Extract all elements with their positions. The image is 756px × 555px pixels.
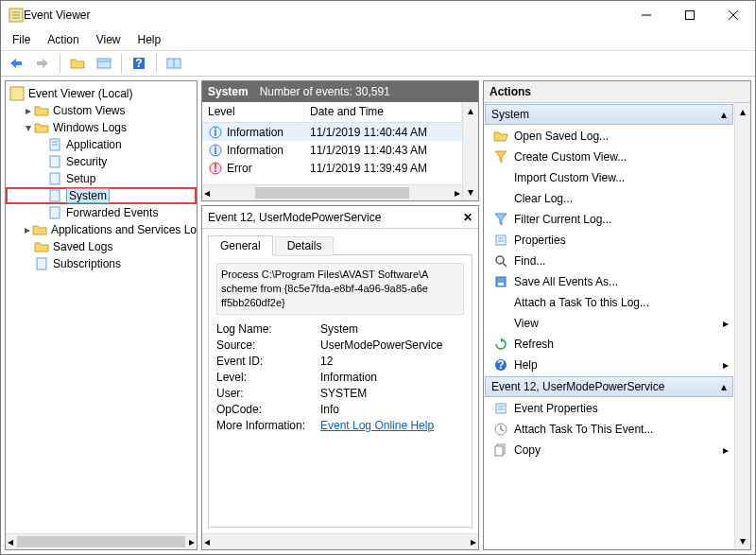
action-item[interactable]: Save All Events As...: [484, 271, 734, 292]
minimize-button[interactable]: [625, 1, 668, 29]
field-logname: Log Name:System: [216, 322, 464, 336]
submenu-icon: ▸: [723, 358, 729, 372]
tree-item-label: System: [66, 188, 110, 203]
event-row[interactable]: iInformation 11/1/2019 11:40:43 AM: [202, 141, 462, 159]
tree-subscriptions[interactable]: Subscriptions: [6, 255, 197, 272]
tool-help-icon[interactable]: ?: [128, 53, 150, 74]
expander-icon[interactable]: ▸: [23, 105, 34, 116]
menu-help[interactable]: Help: [130, 31, 169, 48]
action-item[interactable]: Open Saved Log...: [484, 126, 734, 147]
action-item[interactable]: Find...: [484, 251, 734, 271]
expander-blank: [23, 258, 34, 269]
collapse-icon[interactable]: ▴: [721, 380, 727, 393]
svg-rect-49: [496, 404, 506, 413]
tree-hscrollbar[interactable]: ◂▸: [6, 533, 197, 549]
event-row[interactable]: !Error 11/1/2019 11:39:49 AM: [202, 159, 462, 177]
action-item[interactable]: Event Properties: [484, 398, 734, 419]
event-list-columns: Level Date and Time: [202, 102, 462, 123]
eventlist-hscrollbar[interactable]: ◂▸: [202, 184, 462, 200]
action-item[interactable]: Attach Task To This Event...: [484, 419, 734, 440]
action-item[interactable]: Copy▸: [484, 440, 734, 460]
event-list-body[interactable]: iInformation 11/1/2019 11:40:44 AM iInfo…: [202, 123, 462, 184]
field-level: Level:Information: [216, 371, 464, 384]
maximize-button[interactable]: [668, 1, 712, 29]
tree-item-label: Setup: [66, 172, 95, 185]
tree-panel: Event Viewer (Local) ▸ Custom Views ▾ Wi…: [5, 80, 198, 550]
tree-saved-logs[interactable]: Saved Logs: [6, 238, 197, 255]
tab-general[interactable]: General: [208, 235, 273, 255]
tree-applications-services[interactable]: ▸ Applications and Services Lo: [6, 221, 197, 238]
scroll-left-icon[interactable]: ◂: [204, 535, 210, 548]
scroll-left-icon[interactable]: ◂: [8, 535, 13, 548]
scroll-down-icon[interactable]: ▾: [740, 534, 746, 547]
tree-root[interactable]: Event Viewer (Local): [6, 85, 197, 102]
expander-icon[interactable]: ▸: [23, 224, 32, 235]
tree-windows-logs[interactable]: ▾ Windows Logs: [6, 119, 197, 136]
svg-marker-19: [35, 124, 48, 132]
collapse-icon[interactable]: ▴: [721, 108, 727, 121]
scroll-thumb[interactable]: [17, 536, 185, 547]
error-icon: !: [208, 161, 223, 176]
actions-vscrollbar[interactable]: ▴▾: [734, 103, 750, 549]
online-help-link[interactable]: Event Log Online Help: [320, 419, 434, 432]
tab-details[interactable]: Details: [275, 236, 335, 256]
column-level[interactable]: Level: [202, 102, 304, 122]
event-row[interactable]: iInformation 11/1/2019 11:40:44 AM: [202, 123, 462, 141]
action-label: Copy: [514, 443, 541, 457]
scroll-down-icon[interactable]: ▾: [468, 185, 473, 199]
field-value: Information: [320, 371, 377, 384]
blank-icon: [493, 170, 508, 185]
tree-item-label: Windows Logs: [53, 121, 127, 134]
scroll-right-icon[interactable]: ▸: [189, 535, 195, 548]
action-item[interactable]: ?Help▸: [484, 355, 734, 375]
tree-forwarded-events[interactable]: Forwarded Events: [6, 204, 197, 221]
menu-action[interactable]: Action: [40, 31, 86, 48]
actions-list: Open Saved Log...Create Custom View...Im…: [484, 126, 734, 375]
action-label: Filter Current Log...: [514, 213, 611, 226]
actions-section-system[interactable]: System▴: [485, 104, 733, 125]
scroll-right-icon[interactable]: ▸: [471, 535, 476, 548]
action-item[interactable]: Attach a Task To this Log...: [484, 292, 734, 313]
field-label: Level:: [216, 371, 320, 384]
tree-security[interactable]: Security: [6, 153, 197, 170]
back-button[interactable]: [5, 53, 27, 74]
tool-pane-icon[interactable]: [93, 53, 115, 74]
tree-system[interactable]: System: [6, 187, 197, 204]
tree-item-label: Applications and Services Lo: [51, 223, 197, 236]
action-item[interactable]: Import Custom View...: [484, 167, 734, 188]
tree-custom-views[interactable]: ▸ Custom Views: [6, 102, 197, 119]
action-item[interactable]: Refresh: [484, 334, 734, 355]
menu-view[interactable]: View: [89, 31, 129, 48]
scroll-thumb[interactable]: [255, 187, 409, 199]
close-button[interactable]: [712, 1, 755, 29]
scroll-up-icon[interactable]: ▴: [740, 105, 746, 118]
folder-icon: [32, 222, 47, 237]
action-item[interactable]: Properties: [484, 230, 734, 251]
scroll-up-icon[interactable]: ▴: [468, 104, 473, 117]
log-icon: [34, 256, 49, 271]
tree-setup[interactable]: Setup: [6, 170, 197, 187]
detail-hscrollbar[interactable]: ◂▸: [202, 533, 478, 549]
tree-application[interactable]: Application: [6, 136, 197, 153]
close-detail-button[interactable]: ✕: [463, 211, 472, 224]
forward-button[interactable]: [31, 53, 54, 74]
action-item[interactable]: View▸: [484, 313, 734, 334]
tree-item-label: Security: [66, 155, 107, 168]
column-datetime[interactable]: Date and Time: [304, 102, 462, 122]
action-item[interactable]: Create Custom View...: [484, 147, 734, 167]
navigation-tree[interactable]: Event Viewer (Local) ▸ Custom Views ▾ Wi…: [6, 81, 197, 533]
scroll-right-icon[interactable]: ▸: [455, 186, 460, 199]
eventlist-vscrollbar[interactable]: ▴▾: [462, 102, 478, 200]
tool-folder-icon[interactable]: [66, 53, 89, 74]
action-item[interactable]: Filter Current Log...: [484, 209, 734, 230]
scroll-left-icon[interactable]: ◂: [204, 186, 210, 199]
event-list-header: System Number of events: 30,591: [202, 81, 478, 102]
blank-icon: [493, 191, 508, 206]
actions-section-event[interactable]: Event 12, UserModePowerService▴: [485, 376, 733, 397]
expander-blank: [23, 241, 34, 252]
menu-file[interactable]: File: [5, 31, 38, 48]
expander-icon[interactable]: ▾: [23, 122, 34, 133]
tool-pane2-icon[interactable]: [163, 53, 185, 74]
action-item[interactable]: Clear Log...: [484, 188, 734, 209]
svg-marker-36: [494, 132, 507, 141]
